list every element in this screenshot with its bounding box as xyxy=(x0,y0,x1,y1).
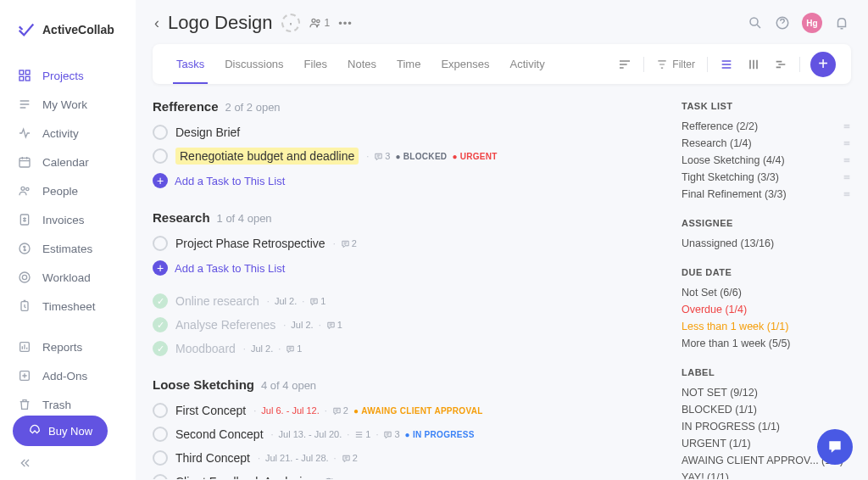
task-checkbox[interactable] xyxy=(153,427,168,442)
filter-item[interactable]: NOT SET (9/12) xyxy=(682,384,851,401)
back-button[interactable]: ‹ xyxy=(154,14,159,32)
sidebar-item-workload[interactable]: Workload xyxy=(0,263,136,292)
task-checkbox-done[interactable]: ✓ xyxy=(153,341,168,356)
sidebar-item-activity[interactable]: Activity xyxy=(0,119,136,148)
filter-section: DUE DATENot Set (6/6)Overdue (1/4)Less t… xyxy=(682,267,851,352)
drag-icon[interactable] xyxy=(843,156,851,165)
filter-item[interactable]: Tight Sketching (3/3) xyxy=(682,169,851,186)
chat-fab[interactable] xyxy=(817,429,853,465)
avatar[interactable]: Hg xyxy=(802,13,822,33)
nav-label: Add-Ons xyxy=(42,370,87,382)
people-count[interactable]: 1 xyxy=(309,16,331,30)
task-row[interactable]: Third Concept·Jul 21. - Jul 28.·2 xyxy=(153,446,665,470)
sidebar-item-timesheet[interactable]: Timesheet xyxy=(0,292,136,321)
tab-activity[interactable]: Activity xyxy=(502,44,554,84)
filter-item[interactable]: Final Refinement (3/3) xyxy=(682,186,851,203)
task-row[interactable]: Client Feedback Analysis· xyxy=(153,470,665,479)
task-row[interactable]: Design Brief xyxy=(153,120,665,144)
sort-icon[interactable] xyxy=(616,56,633,73)
svg-rect-1 xyxy=(25,70,30,75)
search-icon[interactable] xyxy=(748,15,763,31)
task-row[interactable]: ✓Analyse Referenes·Jul 2.·1 xyxy=(153,313,665,337)
tab-tasks[interactable]: Tasks xyxy=(168,44,213,84)
drag-icon[interactable] xyxy=(843,122,851,131)
filter-item[interactable]: BLOCKED (1/1) xyxy=(682,401,851,418)
tab-time[interactable]: Time xyxy=(388,44,429,84)
add-button[interactable]: + xyxy=(810,52,836,77)
help-icon[interactable] xyxy=(775,15,790,31)
nav-icon xyxy=(17,183,32,198)
svg-point-14 xyxy=(312,19,315,22)
brand[interactable]: ActiveCollab xyxy=(0,14,136,54)
filter-item[interactable]: Less than 1 week (1/1) xyxy=(682,318,851,335)
task-checkbox[interactable] xyxy=(153,236,168,251)
drag-icon[interactable] xyxy=(843,190,851,198)
timeline-view-icon[interactable] xyxy=(772,56,789,73)
task-checkbox[interactable] xyxy=(153,403,168,418)
filter-head: DUE DATE xyxy=(682,267,851,277)
sidebar-item-my-work[interactable]: My Work xyxy=(0,90,136,119)
filter-button[interactable]: Filter xyxy=(654,57,697,72)
sidebar-item-people[interactable]: People xyxy=(0,176,136,205)
task-checkbox-done[interactable]: ✓ xyxy=(153,317,168,332)
nav-label: Workload xyxy=(42,271,91,284)
list-count: 2 of 2 open xyxy=(225,101,281,114)
tab-expenses[interactable]: Expenses xyxy=(432,44,498,84)
task-checkbox[interactable] xyxy=(153,474,168,479)
comment-count: 2 xyxy=(341,238,357,248)
filter-item[interactable]: Loose Sketching (4/4) xyxy=(682,152,851,169)
brand-name: ActiveCollab xyxy=(42,23,114,36)
task-row[interactable]: Renegotiate budget and deadline·3BLOCKED… xyxy=(153,144,665,168)
task-checkbox[interactable] xyxy=(153,125,168,140)
task-checkbox[interactable] xyxy=(153,148,168,164)
task-row[interactable]: First Concept·Jul 6. - Jul 12.·2AWAING C… xyxy=(153,399,665,422)
drag-icon[interactable] xyxy=(843,173,851,181)
svg-point-16 xyxy=(750,18,758,25)
tab-notes[interactable]: Notes xyxy=(339,44,385,84)
nav-label: Reports xyxy=(42,341,82,354)
sidebar-item-reports[interactable]: Reports xyxy=(0,332,136,361)
tab-files[interactable]: Files xyxy=(296,44,336,84)
nav-label: Timesheet xyxy=(42,300,96,313)
task-row[interactable]: Project Phase Retrospective·2 xyxy=(153,232,665,255)
task-lists: Refference2 of 2 openDesign BriefRenegot… xyxy=(153,99,665,479)
svg-point-5 xyxy=(21,187,25,190)
task-checkbox[interactable] xyxy=(153,450,168,466)
add-task-button[interactable]: +Add a Task to This List xyxy=(153,255,665,281)
sidebar-item-projects[interactable]: Projects xyxy=(0,61,136,90)
status-badge: BLOCKED xyxy=(395,152,447,161)
filter-item[interactable]: Research (1/4) xyxy=(682,135,851,152)
filter-item[interactable]: More than 1 week (5/5) xyxy=(682,335,851,352)
buy-now-button[interactable]: Buy Now xyxy=(13,416,108,446)
filter-item[interactable]: Unassigned (13/16) xyxy=(682,235,851,252)
drag-icon[interactable] xyxy=(843,139,851,148)
sidebar-item-add-ons[interactable]: Add-Ons xyxy=(0,361,136,390)
info-icon[interactable] xyxy=(281,14,300,32)
more-icon[interactable]: ••• xyxy=(338,17,353,30)
task-row[interactable]: ✓Online research·Jul 2.·1 xyxy=(153,289,665,313)
task-date: Jul 2. xyxy=(251,343,273,354)
list-view-icon[interactable] xyxy=(718,56,735,73)
nav-label: Trash xyxy=(42,399,71,411)
bell-icon[interactable] xyxy=(834,15,849,31)
nav-label: Calendar xyxy=(42,156,89,169)
add-task-button[interactable]: +Add a Task to This List xyxy=(153,168,665,193)
task-row[interactable]: Second Concept·Jul 13. - Jul 20.·1·3IN P… xyxy=(153,422,665,446)
list-name: Research xyxy=(153,210,210,225)
sidebar-item-trash[interactable]: Trash xyxy=(0,390,136,419)
sidebar-item-estimates[interactable]: Estimates xyxy=(0,234,136,263)
filter-item[interactable]: Overdue (1/4) xyxy=(682,301,851,318)
column-view-icon[interactable] xyxy=(745,56,762,73)
task-checkbox-done[interactable]: ✓ xyxy=(153,293,168,309)
header: ‹ Logo Design 1 ••• Hg xyxy=(136,0,868,39)
filter-item[interactable]: Not Set (6/6) xyxy=(682,284,851,301)
tab-discussions[interactable]: Discussions xyxy=(216,44,292,84)
sidebar-item-invoices[interactable]: Invoices xyxy=(0,205,136,234)
collapse-sidebar-icon[interactable] xyxy=(19,456,32,470)
tab-bar: TasksDiscussionsFilesNotesTimeExpensesAc… xyxy=(153,44,851,84)
task-row[interactable]: ✓Moodboard·Jul 2.·1 xyxy=(153,337,665,360)
svg-rect-3 xyxy=(25,76,30,81)
sidebar-item-calendar[interactable]: Calendar xyxy=(0,148,136,176)
filter-item[interactable]: Refference (2/2) xyxy=(682,118,851,135)
filter-item[interactable]: YAY! (1/1) xyxy=(682,469,851,479)
